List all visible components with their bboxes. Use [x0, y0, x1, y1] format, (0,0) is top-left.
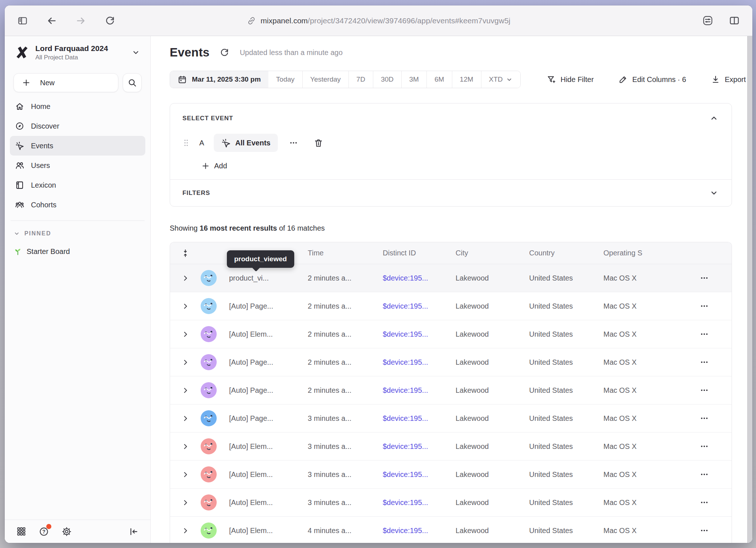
table-row[interactable]: [Auto] Elem... 4 minutes a... $device:19…	[170, 517, 732, 543]
export-button[interactable]: Export	[709, 74, 748, 85]
distinct-id-link[interactable]: $device:195...	[383, 386, 428, 394]
row-expand-icon[interactable]	[179, 272, 192, 285]
sidebar-item-starter-board[interactable]: Starter Board	[13, 247, 142, 256]
row-more-icon[interactable]	[697, 383, 712, 398]
row-expand-icon[interactable]	[179, 468, 192, 481]
country-cell: United States	[529, 330, 603, 338]
table-row[interactable]: [Auto] Elem... 3 minutes a... $device:19…	[170, 489, 732, 517]
link-icon	[247, 16, 256, 25]
sidebar-item-lexicon[interactable]: Lexicon	[10, 175, 145, 195]
project-switcher[interactable]: Lord Farquaad 2024 All Project Data	[13, 41, 142, 64]
split-view-icon[interactable]	[727, 13, 741, 28]
url-text: mixpanel.com/project/3472420/view/397469…	[261, 16, 511, 25]
clause-more-icon[interactable]	[285, 136, 302, 150]
event-name-cell: [Auto] Page...	[229, 358, 308, 367]
row-more-icon[interactable]	[697, 298, 712, 314]
row-more-icon[interactable]	[697, 439, 712, 454]
os-cell: Mac OS X	[603, 386, 677, 395]
table-row[interactable]: [Auto] Page... 2 minutes a... $device:19…	[170, 348, 732, 376]
row-expand-icon[interactable]	[179, 440, 192, 453]
forward-icon[interactable]	[74, 14, 88, 28]
sidebar-item-discover[interactable]: Discover	[10, 116, 145, 136]
distinct-id-link[interactable]: $device:195...	[383, 470, 428, 478]
distinct-id-link[interactable]: $device:195...	[383, 442, 428, 450]
edit-columns-button[interactable]: Edit Columns · 6	[616, 74, 688, 85]
distinct-id-link[interactable]: $device:195...	[383, 414, 428, 422]
range-7d[interactable]: 7D	[349, 71, 373, 88]
row-expand-icon[interactable]	[179, 384, 192, 397]
sidebar-toggle-icon[interactable]	[16, 14, 29, 28]
distinct-id-link[interactable]: $device:195...	[383, 274, 428, 282]
refresh-icon[interactable]	[218, 46, 231, 59]
add-event-button[interactable]: Add	[199, 161, 229, 171]
distinct-id-link[interactable]: $device:195...	[383, 527, 428, 535]
scrollbar[interactable]	[747, 36, 752, 543]
collapse-sidebar-icon[interactable]	[128, 526, 139, 537]
sidebar-item-label: Cohorts	[31, 201, 56, 209]
pinned-section-header[interactable]: PINNED	[13, 230, 142, 237]
distinct-id-link[interactable]: $device:195...	[383, 498, 428, 506]
row-more-icon[interactable]	[697, 467, 712, 482]
row-expand-icon[interactable]	[179, 328, 192, 341]
distinct-id-link[interactable]: $device:195...	[383, 330, 428, 338]
os-cell: Mac OS X	[603, 498, 677, 507]
row-more-icon[interactable]	[697, 411, 712, 426]
table-row[interactable]: [Auto] Page... 2 minutes a... $device:19…	[170, 376, 732, 404]
table-row[interactable]: [Auto] Elem... 2 minutes a... $device:19…	[170, 320, 732, 348]
distinct-id-link[interactable]: $device:195...	[383, 358, 428, 366]
address-bar[interactable]: mixpanel.com/project/3472420/view/397469…	[247, 16, 511, 25]
range-12m[interactable]: 12M	[452, 71, 481, 88]
back-icon[interactable]	[45, 14, 59, 28]
row-more-icon[interactable]	[697, 495, 712, 510]
sidebar-item-users[interactable]: Users	[10, 156, 145, 175]
country-cell: United States	[529, 358, 603, 367]
browser-right-buttons	[701, 13, 741, 28]
row-expand-icon[interactable]	[179, 356, 192, 369]
range-yesterday[interactable]: Yesterday	[302, 71, 349, 88]
row-more-icon[interactable]	[697, 355, 712, 370]
row-more-icon[interactable]	[697, 523, 712, 538]
drag-handle-icon[interactable]	[182, 138, 190, 148]
hide-filter-button[interactable]: Hide Filter	[544, 74, 596, 85]
gear-icon[interactable]	[61, 526, 72, 537]
city-cell: Lakewood	[456, 442, 529, 451]
range-30d[interactable]: 30D	[373, 71, 401, 88]
sidebar-item-cohorts[interactable]: Cohorts	[10, 195, 145, 215]
row-expand-icon[interactable]	[179, 412, 192, 425]
help-icon[interactable]: ?	[38, 525, 50, 537]
row-more-icon[interactable]	[697, 270, 712, 286]
range-6m[interactable]: 6M	[426, 71, 452, 88]
updated-status: Updated less than a minute ago	[240, 48, 342, 57]
chevron-down-icon[interactable]	[130, 47, 142, 58]
row-expand-icon[interactable]	[179, 524, 192, 537]
table-row[interactable]: [Auto] Page... 3 minutes a... $device:19…	[170, 404, 732, 432]
reload-icon[interactable]	[103, 14, 117, 28]
search-icon	[127, 78, 137, 87]
results-summary: Showing 16 most recent results of 16 mat…	[170, 224, 732, 232]
row-more-icon[interactable]	[697, 326, 712, 342]
new-button[interactable]: New	[13, 73, 118, 92]
sidebar-item-home[interactable]: Home	[10, 97, 145, 116]
range-today[interactable]: Today	[268, 71, 302, 88]
row-expand-icon[interactable]	[179, 300, 192, 313]
os-cell: Mac OS X	[603, 470, 677, 479]
distinct-id-link[interactable]: $device:195...	[383, 302, 428, 310]
table-row[interactable]: [Auto] Elem... 3 minutes a... $device:19…	[170, 461, 732, 489]
table-row[interactable]: [Auto] Elem... 3 minutes a... $device:19…	[170, 432, 732, 461]
event-selector-chip[interactable]: All Events	[214, 134, 278, 152]
sidebar-item-events[interactable]: Events	[10, 136, 145, 156]
range-xtd[interactable]: XTD	[481, 71, 520, 88]
collapse-rows-icon[interactable]	[179, 247, 192, 259]
trash-icon[interactable]	[311, 136, 326, 150]
chevron-up-icon[interactable]	[709, 113, 719, 124]
chevron-down-icon[interactable]	[709, 188, 719, 198]
search-button[interactable]	[123, 73, 142, 92]
row-expand-icon[interactable]	[179, 496, 192, 509]
apps-grid-icon[interactable]	[16, 526, 27, 537]
filters-section[interactable]: FILTERS	[170, 180, 732, 206]
table-row[interactable]: [Auto] Page... 2 minutes a... $device:19…	[170, 292, 732, 320]
date-picker-button[interactable]: Mar 11, 2025 3:30 pm	[170, 71, 268, 88]
page-settings-icon[interactable]	[701, 13, 715, 28]
range-3m[interactable]: 3M	[401, 71, 426, 88]
os-cell: Mac OS X	[603, 442, 677, 451]
